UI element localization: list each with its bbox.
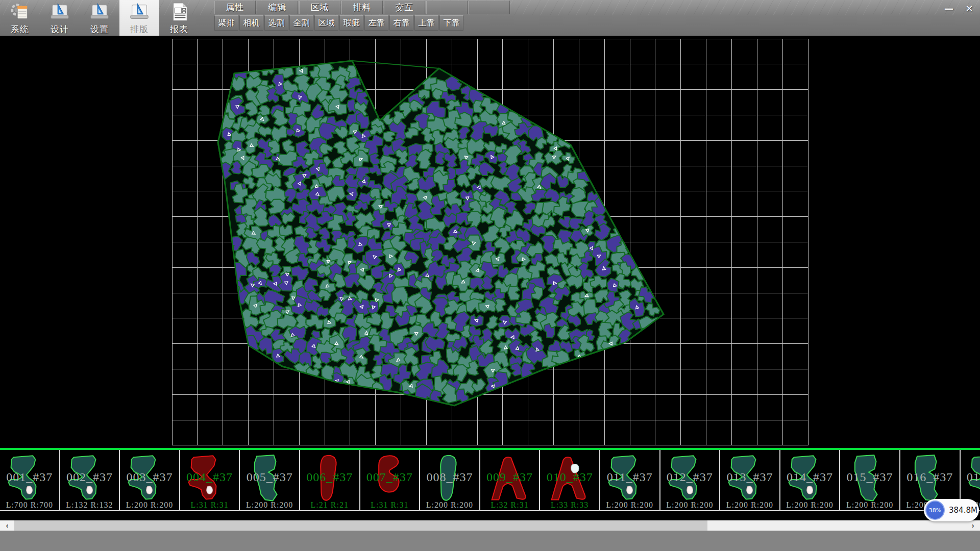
main-button-label: 报表	[170, 23, 188, 35]
piece-shape	[303, 451, 356, 508]
minimize-button[interactable]: —	[940, 1, 958, 15]
main-button-4[interactable]: 排版	[119, 0, 159, 36]
nesting-icon	[129, 2, 150, 22]
piece-shape	[483, 451, 536, 508]
main-button-label: 系统	[11, 23, 29, 35]
piece-thumbnail-001_#37[interactable]: 001_#37L:700 R:700	[0, 450, 60, 511]
piece-thumbnail-015_#37[interactable]: 015_#37L:200 R:200	[840, 450, 900, 511]
tool-button-2[interactable]: 相机	[239, 15, 263, 31]
close-button[interactable]: ✕	[961, 1, 978, 15]
piece-shape	[603, 451, 656, 508]
tool-button-4[interactable]: 全割	[289, 15, 313, 31]
scroll-right-button[interactable]: ›	[966, 520, 980, 531]
design-icon	[49, 2, 70, 22]
piece-shape	[183, 451, 236, 508]
system-icon	[9, 2, 31, 22]
piece-thumbnail-list: 001_#37L:700 R:700002_#37L:132 R:132003_…	[0, 450, 980, 511]
tool-button-8[interactable]: 右靠	[389, 15, 413, 31]
memory-usage-text: 384.8M	[949, 506, 977, 515]
main-button-label: 设置	[90, 23, 109, 35]
piece-thumbnail-008_#37[interactable]: 008_#37L:200 R:200	[420, 450, 480, 511]
horizontal-scrollbar[interactable]: ‹ ›	[0, 520, 980, 531]
toolbar: 系统设计设置排版报表 属性编辑区域排料交互 聚排相机选割全割区域瑕疵左靠右靠上靠…	[0, 0, 980, 36]
tool-button-9[interactable]: 上靠	[414, 15, 438, 31]
piece-thumbnail-007_#37[interactable]: 007_#37L:31 R:31	[360, 450, 421, 511]
piece-thumbnail-013_#37[interactable]: 013_#37L:200 R:200	[720, 450, 780, 511]
nested-pieces	[212, 58, 663, 406]
tool-button-7[interactable]: 左靠	[364, 15, 388, 31]
main-button-2[interactable]: 设计	[40, 0, 80, 36]
piece-shape	[843, 451, 896, 508]
piece-shape	[3, 451, 56, 508]
menu-tab-empty[interactable]	[426, 1, 468, 14]
hide-notch-line	[352, 61, 439, 68]
menu-tab-1[interactable]: 属性	[214, 1, 256, 14]
piece-shape	[423, 451, 476, 508]
scroll-left-button[interactable]: ‹	[0, 520, 14, 531]
tool-button-3[interactable]: 选割	[264, 15, 288, 31]
piece-thumbnail-009_#37[interactable]: 009_#37L:32 R:31	[480, 450, 541, 511]
nesting-canvas[interactable]	[0, 36, 980, 448]
main-button-label: 排版	[130, 23, 149, 35]
piece-thumbnail-004_#37[interactable]: 004_#37L:31 R:31	[180, 450, 240, 511]
main-button-group: 系统设计设置排版报表	[0, 0, 199, 36]
piece-shape	[123, 451, 176, 508]
main-button-label: 设计	[51, 23, 69, 35]
nesting-layout-svg	[0, 36, 980, 448]
piece-thumbnail-011_#37[interactable]: 011_#37L:200 R:200	[600, 450, 660, 511]
tool-button-5[interactable]: 区域	[314, 15, 338, 31]
progress-percent-badge: 38%	[925, 500, 945, 520]
tool-button-6[interactable]: 瑕疵	[339, 15, 363, 31]
menu-tab-empty[interactable]	[469, 1, 510, 14]
report-icon	[168, 2, 190, 22]
piece-thumbnail-006_#37[interactable]: 006_#37L:21 R:21	[300, 450, 360, 511]
piece-shape	[363, 451, 416, 508]
scrollbar-thumb[interactable]	[14, 520, 707, 531]
main-button-1[interactable]: 系统	[0, 0, 40, 36]
window-controls: — ✕	[940, 1, 978, 15]
piece-shape	[63, 451, 116, 508]
status-bar	[0, 531, 980, 551]
piece-shape	[543, 451, 596, 508]
piece-thumbnail-012_#37[interactable]: 012_#37L:200 R:200	[660, 450, 721, 511]
tool-button-row: 聚排相机选割全割区域瑕疵左靠右靠上靠下靠	[214, 15, 464, 31]
tool-button-1[interactable]: 聚排	[214, 15, 238, 31]
piece-shape	[723, 451, 776, 508]
main-button-5[interactable]: 报表	[159, 0, 199, 36]
piece-thumbnail-005_#37[interactable]: 005_#37L:200 R:200	[240, 450, 300, 511]
tool-button-10[interactable]: 下靠	[439, 15, 463, 31]
piece-thumbnail-010_#37[interactable]: 010_#37L:33 R:33	[540, 450, 600, 511]
menu-tab-3[interactable]: 区域	[299, 1, 340, 14]
settings-icon	[89, 2, 110, 22]
menu-tab-4[interactable]: 排料	[341, 1, 383, 14]
piece-shape	[243, 451, 296, 508]
menu-tab-row: 属性编辑区域排料交互	[214, 1, 511, 14]
piece-thumbnail-strip: 001_#37L:700 R:700002_#37L:132 R:132003_…	[0, 448, 980, 512]
menu-tab-5[interactable]: 交互	[384, 1, 425, 14]
piece-thumbnail-003_#37[interactable]: 003_#37L:200 R:200	[120, 450, 180, 511]
main-button-3[interactable]: 设置	[80, 0, 119, 36]
memory-progress-pill: 38% 384.8M	[924, 499, 979, 521]
app-window: 系统设计设置排版报表 属性编辑区域排料交互 聚排相机选割全割区域瑕疵左靠右靠上靠…	[0, 0, 980, 551]
piece-thumbnail-014_#37[interactable]: 014_#37L:200 R:200	[780, 450, 841, 511]
piece-thumbnail-002_#37[interactable]: 002_#37L:132 R:132	[60, 450, 120, 511]
menu-tab-2[interactable]: 编辑	[257, 1, 298, 14]
piece-shape	[783, 451, 837, 508]
piece-shape	[664, 451, 717, 508]
